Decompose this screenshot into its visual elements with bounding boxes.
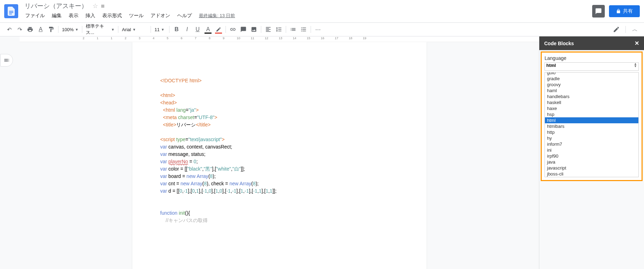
lang-option-haskell[interactable]: haskell <box>545 99 638 105</box>
left-gutter <box>0 36 20 269</box>
svg-rect-1 <box>9 12 13 13</box>
lang-option-haxe[interactable]: haxe <box>545 105 638 111</box>
share-label: 共有 <box>623 8 633 14</box>
sidebar-body: Language html ▲▼ gherkinglslgogologradle… <box>541 51 643 181</box>
lang-option-java[interactable]: java <box>545 159 638 165</box>
ruler[interactable]: 2112345678910111213141516171819 <box>20 36 539 42</box>
lock-icon <box>616 9 621 14</box>
svg-rect-4 <box>597 11 599 12</box>
undo-button[interactable]: ↶ <box>4 25 14 34</box>
editing-mode-button[interactable] <box>611 25 621 34</box>
font-select[interactable]: Arial▼ <box>120 25 148 34</box>
lang-option-hsp[interactable]: hsp <box>545 111 638 117</box>
menu-bar: ファイル 編集 表示 挿入 表示形式 ツール アドオン ヘルプ 最終編集: 13… <box>22 11 592 21</box>
lang-option-javascript[interactable]: javascript <box>545 165 638 171</box>
close-icon[interactable]: ✕ <box>635 40 639 47</box>
star-icon[interactable]: ☆ <box>92 2 98 10</box>
header: リバーシ（アスキー） ☆ ■ ファイル 編集 表示 挿入 表示形式 ツール アド… <box>0 0 644 22</box>
menu-edit[interactable]: 編集 <box>49 11 64 20</box>
lang-option-hy[interactable]: hy <box>545 135 638 141</box>
redo-button[interactable]: ↷ <box>15 25 25 34</box>
folder-icon[interactable]: ■ <box>101 2 105 10</box>
link-button[interactable] <box>228 25 238 34</box>
svg-rect-0 <box>9 11 13 12</box>
language-select[interactable]: html ▲▼ <box>545 62 639 71</box>
sidebar: Code Blocks ✕ Language html ▲▼ gherkingl… <box>539 36 644 269</box>
language-label: Language <box>545 55 639 61</box>
underline-button[interactable]: U <box>193 25 202 34</box>
lang-option-http[interactable]: http <box>545 129 638 135</box>
docs-logo[interactable] <box>4 4 18 18</box>
menu-view[interactable]: 表示 <box>66 11 81 20</box>
lang-option-ini[interactable]: ini <box>545 147 638 153</box>
lang-option-jboss-cli[interactable]: jboss-cli <box>545 171 638 177</box>
title-area: リバーシ（アスキー） ☆ ■ ファイル 編集 表示 挿入 表示形式 ツール アド… <box>22 2 592 21</box>
bold-button[interactable]: B <box>172 25 181 34</box>
document-area: 2112345678910111213141516171819 <!DOCTYP… <box>20 36 539 269</box>
outline-button[interactable] <box>0 54 13 67</box>
share-button[interactable]: 共有 <box>609 5 640 17</box>
lang-option-gradle[interactable]: gradle <box>545 76 638 82</box>
menu-tools[interactable]: ツール <box>126 11 146 20</box>
style-select[interactable]: 標準テキス...▼ <box>84 25 116 34</box>
comment-button[interactable] <box>238 25 248 34</box>
sidebar-title: Code Blocks <box>544 41 574 46</box>
line-spacing-button[interactable] <box>274 25 284 34</box>
spinner-icon: ▲▼ <box>634 63 637 68</box>
paint-format-button[interactable] <box>46 25 56 34</box>
main: 2112345678910111213141516171819 <!DOCTYP… <box>0 36 644 269</box>
menu-format[interactable]: 表示形式 <box>99 11 125 20</box>
lang-option-golo[interactable]: golo <box>545 72 638 76</box>
lang-option-html[interactable]: html <box>545 117 638 123</box>
lang-option-htmlbars[interactable]: htmlbars <box>545 123 638 129</box>
menu-file[interactable]: ファイル <box>22 11 48 20</box>
lang-option-inform7[interactable]: inform7 <box>545 141 638 147</box>
zoom-select[interactable]: 100%▼ <box>61 25 80 34</box>
checklist-button[interactable] <box>288 25 298 34</box>
lang-option-irpf90[interactable]: irpf90 <box>545 153 638 159</box>
svg-rect-2 <box>9 14 12 14</box>
image-button[interactable] <box>249 25 259 34</box>
more-button[interactable]: ⋯ <box>313 25 323 34</box>
last-edit[interactable]: 最終編集: 13 日前 <box>199 13 235 19</box>
document-page[interactable]: <!DOCTYPE html> <html> <head> <html lang… <box>132 42 427 269</box>
menu-addons[interactable]: アドオン <box>148 11 173 20</box>
lang-option-handlebars[interactable]: handlebars <box>545 94 638 99</box>
collapse-toolbar-button[interactable]: ︿ <box>630 25 640 34</box>
bullet-list-button[interactable] <box>299 25 309 34</box>
highlight-button[interactable] <box>214 25 223 34</box>
comments-button[interactable] <box>592 5 605 18</box>
lang-option-haml[interactable]: haml <box>545 88 638 94</box>
document-title[interactable]: リバーシ（アスキー） <box>22 1 90 11</box>
sidebar-header: Code Blocks ✕ <box>539 36 644 50</box>
align-button[interactable] <box>263 25 273 34</box>
font-size-select[interactable]: 11▼ <box>153 25 167 34</box>
language-list[interactable]: gherkinglslgogologradlegroovyhamlhandleb… <box>545 72 639 177</box>
svg-rect-3 <box>597 10 600 11</box>
menu-insert[interactable]: 挿入 <box>83 11 98 20</box>
menu-help[interactable]: ヘルプ <box>174 11 195 20</box>
spellcheck-button[interactable]: A <box>36 25 46 34</box>
print-button[interactable] <box>25 25 35 34</box>
text-color-button[interactable]: A <box>203 25 213 34</box>
toolbar: ↶ ↷ A 100%▼ 標準テキス...▼ Arial▼ 11▼ B I U A… <box>0 22 644 36</box>
italic-button[interactable]: I <box>182 25 192 34</box>
lang-option-groovy[interactable]: groovy <box>545 82 638 88</box>
